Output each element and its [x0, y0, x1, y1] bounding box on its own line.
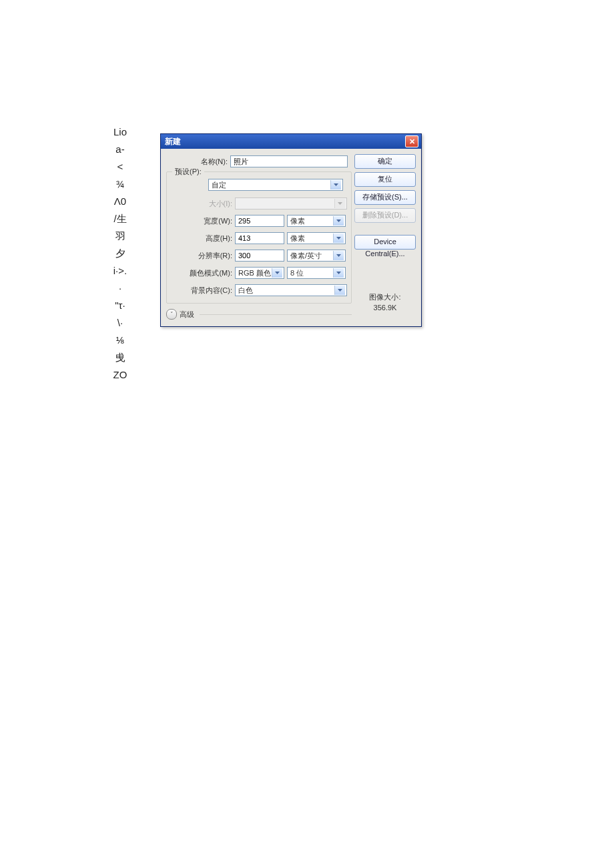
reset-button[interactable]: 复位 — [354, 172, 416, 187]
chevron-down-icon — [334, 199, 345, 208]
stray-text: 曵 — [100, 349, 140, 366]
dialog-body: 确定 复位 存储预设(S)... 删除预设(D)... Device Centr… — [161, 149, 421, 326]
stray-text: "τ· — [100, 297, 140, 314]
image-size-value: 356.9K — [357, 302, 413, 313]
resolution-unit-value: 像素/英寸 — [290, 251, 333, 261]
color-mode-select[interactable]: RGB 颜色 — [235, 267, 284, 279]
chevron-down-icon — [333, 216, 344, 226]
bit-depth-value: 8 位 — [290, 268, 333, 278]
stray-text: ¾ — [100, 175, 140, 193]
save-preset-button[interactable]: 存储预设(S)... — [354, 190, 416, 205]
chevron-down-icon — [334, 286, 345, 295]
advanced-label: 高级 — [180, 310, 194, 320]
stray-text: · — [100, 280, 140, 297]
form-area: 名称(N): 预设(P): 自定 大小(I): — [166, 154, 352, 320]
stray-text-column: Lio a- < ¾ Λ0 /生 羽 夕 i·>. · "τ· \· ⅛ 曵 Z… — [100, 123, 140, 384]
name-label: 名称(N): — [166, 157, 230, 167]
close-icon: ✕ — [409, 137, 415, 146]
chevron-down-icon — [333, 234, 344, 243]
width-unit-select[interactable]: 像素 — [287, 215, 346, 227]
image-size-info: 图像大小: 356.9K — [357, 292, 413, 313]
width-unit-value: 像素 — [290, 216, 333, 226]
preset-select[interactable]: 自定 — [208, 179, 343, 191]
height-input[interactable] — [235, 232, 284, 244]
stray-text: < — [100, 158, 140, 175]
chevron-down-icon — [333, 268, 344, 278]
preset-legend: 预设(P): — [172, 167, 204, 177]
chevron-down-icon — [272, 268, 282, 278]
stray-text: Lio — [100, 123, 140, 141]
stray-text: i·>. — [100, 262, 140, 280]
size-select — [235, 197, 347, 209]
width-label: 宽度(W): — [171, 216, 235, 226]
stray-text: ⅛ — [100, 332, 140, 349]
resolution-input[interactable] — [235, 250, 284, 262]
preset-label: 预设(P): — [175, 167, 202, 175]
resolution-unit-select[interactable]: 像素/英寸 — [287, 250, 346, 262]
divider — [200, 314, 352, 315]
chevron-down-icon — [330, 180, 341, 189]
height-unit-value: 像素 — [290, 234, 333, 244]
chevron-down-icon: ˅ — [170, 311, 174, 318]
stray-text: Λ0 — [100, 193, 140, 210]
stray-text: 夕 — [100, 245, 140, 262]
button-column: 确定 复位 存储预设(S)... 删除预设(D)... Device Centr… — [354, 154, 416, 250]
color-mode-label: 颜色模式(M): — [171, 268, 235, 278]
stray-text: ZO — [100, 366, 140, 384]
titlebar[interactable]: 新建 ✕ — [161, 134, 421, 149]
stray-text: a- — [100, 141, 140, 158]
advanced-toggle[interactable]: ˅ — [166, 309, 177, 320]
height-unit-select[interactable]: 像素 — [287, 232, 346, 244]
color-mode-value: RGB 颜色 — [238, 268, 272, 278]
stray-text: /生 — [100, 210, 140, 228]
chevron-down-icon — [333, 251, 344, 260]
width-input[interactable] — [235, 215, 284, 227]
stray-text: \· — [100, 314, 140, 332]
dialog-title: 新建 — [165, 136, 405, 147]
name-input[interactable] — [230, 155, 348, 167]
stray-text: 羽 — [100, 228, 140, 245]
bit-depth-select[interactable]: 8 位 — [287, 267, 346, 279]
size-label: 大小(I): — [171, 199, 235, 209]
bg-content-value: 白色 — [238, 286, 334, 296]
preset-value: 自定 — [212, 180, 330, 190]
height-label: 高度(H): — [171, 234, 235, 244]
bg-content-label: 背景内容(C): — [171, 286, 235, 296]
bg-content-select[interactable]: 白色 — [235, 284, 347, 296]
delete-preset-button: 删除预设(D)... — [354, 208, 416, 223]
new-document-dialog: 新建 ✕ 确定 复位 存储预设(S)... 删除预设(D)... Device … — [160, 133, 422, 327]
ok-button[interactable]: 确定 — [354, 154, 416, 169]
resolution-label: 分辨率(R): — [171, 251, 235, 261]
advanced-row: ˅ 高级 — [166, 309, 352, 320]
device-central-button[interactable]: Device Central(E)... — [354, 235, 416, 250]
image-size-label: 图像大小: — [357, 292, 413, 302]
close-button[interactable]: ✕ — [405, 135, 418, 147]
preset-group: 预设(P): 自定 大小(I): — [166, 171, 352, 304]
